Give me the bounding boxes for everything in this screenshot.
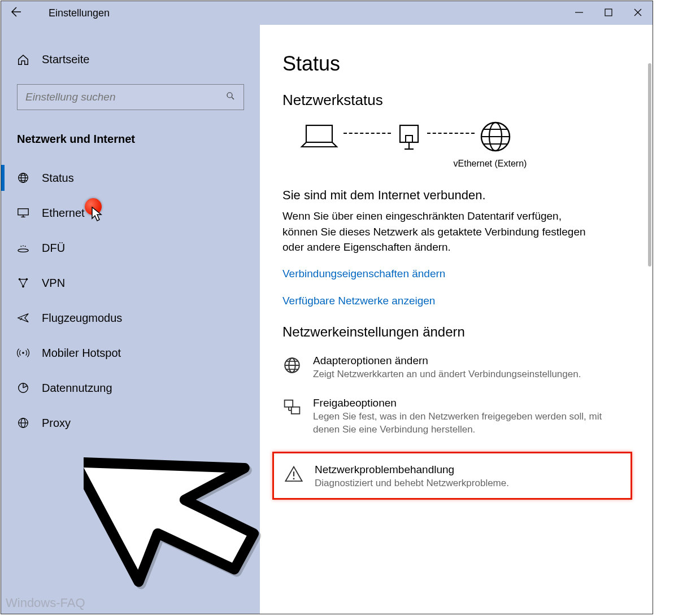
svg-rect-29 [400,125,418,142]
setting-row-desc: Zeigt Netzwerkkarten an und ändert Verbi… [313,368,581,381]
scrollbar-thumb[interactable] [648,63,651,267]
watermark-text: Windows-FAQ [6,596,85,610]
sidebar-item-label: VPN [42,277,65,290]
sidebar-item-label: DFÜ [42,242,65,255]
sidebar-home[interactable]: Startseite [1,47,260,72]
sidebar-item-label: Datennutzung [42,382,112,395]
titlebar: Einstellungen [1,1,653,25]
svg-line-5 [232,97,234,99]
setting-row-title: Netzwerkproblembehandlung [315,464,509,476]
laptop-icon [299,122,339,154]
setting-row-title: Adapteroptionen ändern [313,355,581,367]
svg-point-21 [22,352,24,354]
sidebar-item-label: Proxy [42,417,71,430]
adapter-globe-icon [282,355,313,381]
page-title: Status [282,52,630,76]
svg-point-4 [227,93,232,98]
svg-point-14 [18,249,28,252]
ethernet-adapter-icon [395,122,423,154]
sidebar-item-label: Ethernet [42,207,85,220]
main-content: Status Netzwerkstatus vEthernet (Extern)… [260,25,653,614]
connection-status-body: Wenn Sie über einen eingeschränkten Date… [282,208,599,255]
svg-point-15 [20,246,21,247]
setting-row-title: Freigabeoptionen [313,397,630,409]
sidebar-item-label: Flugzeugmodus [42,312,122,325]
sidebar-home-label: Startseite [42,53,89,66]
sidebar-item-status[interactable]: Status [1,160,260,195]
maximize-button[interactable] [594,7,623,19]
hotspot-icon [17,347,42,359]
globe-icon [17,417,42,429]
section-change-settings-title: Netzwerkeinstellungen ändern [282,324,630,340]
network-diagram [299,120,630,155]
sidebar-item-data[interactable]: Datennutzung [1,370,260,405]
sidebar-item-dfu[interactable]: DFÜ [1,230,260,265]
svg-rect-1 [605,9,612,16]
data-usage-icon [17,382,42,394]
window-title: Einstellungen [29,7,564,19]
cursor-icon [92,207,104,222]
section-network-status-title: Netzwerkstatus [282,91,630,109]
search-box[interactable] [17,84,244,110]
sidebar-item-label: Status [42,172,74,185]
internet-globe-icon [479,120,512,155]
svg-rect-28 [306,125,332,142]
sidebar-item-ethernet[interactable]: Ethernet [1,195,260,230]
annotation-arrow-icon [84,407,287,593]
sidebar-item-vpn[interactable]: VPN [1,265,260,300]
setting-row-adapter-options[interactable]: Adapteroptionen ändern Zeigt Netzwerkkar… [282,355,630,381]
sidebar-section-title: Netzwerk und Internet [1,126,260,160]
svg-rect-11 [18,209,28,215]
globe-grid-icon [17,172,42,184]
sidebar-item-hotspot[interactable]: Mobiler Hotspot [1,335,260,370]
svg-point-17 [25,246,26,247]
search-icon [225,91,236,104]
svg-rect-30 [406,136,412,142]
link-available-networks[interactable]: Verfügbare Netzwerke anzeigen [282,295,630,307]
svg-point-48 [293,478,295,480]
minimize-button[interactable] [564,7,594,19]
svg-rect-43 [285,400,293,407]
sidebar-item-airplane[interactable]: Flugzeugmodus [1,300,260,335]
link-connection-properties[interactable]: Verbindungseigenschaften ändern [282,268,630,280]
setting-row-desc: Diagnostiziert und behebt Netzwerkproble… [315,477,509,490]
home-icon [17,54,42,66]
monitor-icon [17,207,42,219]
connection-line-icon [427,133,475,134]
dialup-icon [17,243,42,253]
vpn-icon [17,277,42,289]
airplane-icon [17,312,42,324]
sidebar-item-label: Mobiler Hotspot [42,347,121,360]
setting-row-troubleshoot[interactable]: Netzwerkproblembehandlung Diagnostiziert… [272,452,632,500]
setting-row-desc: Legen Sie fest, was in den Netzwerken fr… [313,410,630,436]
sharing-icon [282,397,313,436]
connection-status-title: Sie sind mit dem Internet verbunden. [282,188,630,203]
search-input[interactable] [25,91,225,103]
svg-rect-44 [292,407,300,413]
warning-triangle-icon [284,464,315,490]
connection-line-icon [344,133,391,134]
network-diagram-label: vEthernet (Extern) [350,159,630,169]
svg-point-16 [23,245,24,246]
close-button[interactable] [623,7,653,19]
setting-row-sharing-options[interactable]: Freigabeoptionen Legen Sie fest, was in … [282,397,630,436]
back-button[interactable] [1,6,29,20]
